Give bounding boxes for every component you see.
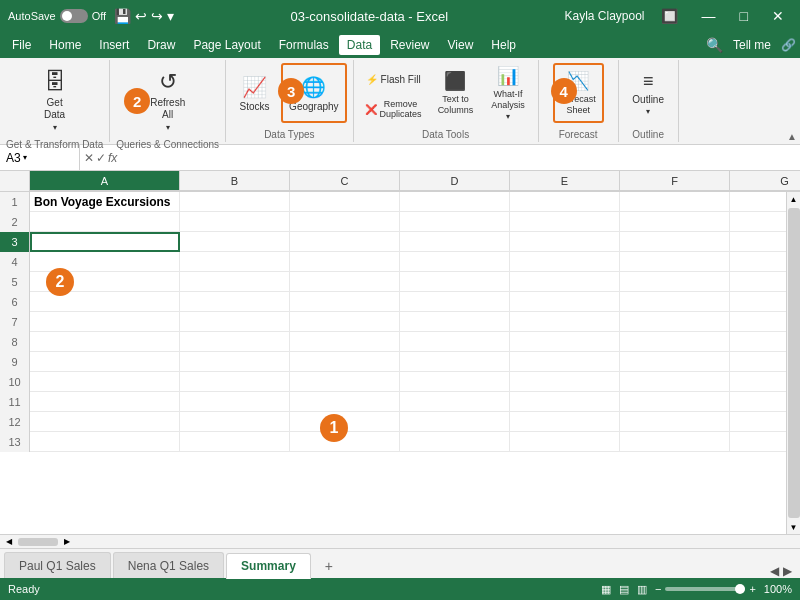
cell-E1[interactable] xyxy=(510,192,620,212)
cell-E3[interactable] xyxy=(510,232,620,252)
menu-formulas[interactable]: Formulas xyxy=(271,35,337,55)
undo-button[interactable]: ↩ xyxy=(135,8,147,24)
cell-E12[interactable] xyxy=(510,412,620,432)
cell-G4[interactable] xyxy=(730,252,786,272)
tab-scroll-right[interactable]: ▶ xyxy=(783,564,792,578)
menu-help[interactable]: Help xyxy=(483,35,524,55)
cell-A3[interactable] xyxy=(30,232,180,252)
sheet-tab-summary[interactable]: Summary xyxy=(226,553,311,579)
cell-E11[interactable] xyxy=(510,392,620,412)
cell-E6[interactable] xyxy=(510,292,620,312)
cell-B12[interactable] xyxy=(180,412,290,432)
cell-A8[interactable] xyxy=(30,332,180,352)
cell-A10[interactable] xyxy=(30,372,180,392)
view-layout-icon[interactable]: ▤ xyxy=(619,583,629,596)
menu-insert[interactable]: Insert xyxy=(91,35,137,55)
cell-F9[interactable] xyxy=(620,352,730,372)
menu-review[interactable]: Review xyxy=(382,35,437,55)
cell-F13[interactable] xyxy=(620,432,730,452)
menu-draw[interactable]: Draw xyxy=(139,35,183,55)
horizontal-scrollbar[interactable]: ◀ ▶ xyxy=(0,534,800,548)
cell-A13[interactable] xyxy=(30,432,180,452)
scroll-up-button[interactable]: ▲ xyxy=(787,192,801,206)
col-header-G[interactable]: G xyxy=(730,171,800,191)
stocks-button[interactable]: 📈 Stocks xyxy=(232,63,277,123)
cell-E7[interactable] xyxy=(510,312,620,332)
cell-D6[interactable] xyxy=(400,292,510,312)
refresh-all-button[interactable]: ↺ RefreshAll ▾ xyxy=(143,64,192,137)
tell-me-button[interactable]: Tell me xyxy=(733,38,771,52)
cell-E5[interactable] xyxy=(510,272,620,292)
cell-G13[interactable] xyxy=(730,432,786,452)
scroll-right-button[interactable]: ▶ xyxy=(60,536,74,548)
scroll-left-button[interactable]: ◀ xyxy=(2,536,16,548)
name-box-arrow[interactable]: ▾ xyxy=(23,153,27,162)
cell-F11[interactable] xyxy=(620,392,730,412)
cell-D11[interactable] xyxy=(400,392,510,412)
cell-F7[interactable] xyxy=(620,312,730,332)
cell-G7[interactable] xyxy=(730,312,786,332)
flash-fill-button[interactable]: ⚡ Flash Fill xyxy=(360,65,427,93)
scroll-down-button[interactable]: ▼ xyxy=(787,520,801,534)
what-if-button[interactable]: 📊 What-IfAnalysis ▾ xyxy=(484,63,532,123)
redo-button[interactable]: ↪ xyxy=(151,8,163,24)
customize-button[interactable]: ▾ xyxy=(167,8,174,24)
cell-E9[interactable] xyxy=(510,352,620,372)
cell-E4[interactable] xyxy=(510,252,620,272)
restore-button[interactable]: □ xyxy=(732,6,756,26)
ribbon-display-button[interactable]: 🔲 xyxy=(653,6,686,26)
cell-A9[interactable] xyxy=(30,352,180,372)
cell-F2[interactable] xyxy=(620,212,730,232)
cell-C4[interactable] xyxy=(290,252,400,272)
cell-A2[interactable] xyxy=(30,212,180,232)
remove-dup-button[interactable]: ❌ RemoveDuplicates xyxy=(360,95,427,123)
scroll-hthumb[interactable] xyxy=(18,538,58,546)
minimize-button[interactable]: — xyxy=(694,6,724,26)
cell-C5[interactable] xyxy=(290,272,400,292)
cell-D8[interactable] xyxy=(400,332,510,352)
cell-F4[interactable] xyxy=(620,252,730,272)
outline-button[interactable]: ≡ Outline ▾ xyxy=(625,63,671,123)
sheet-tab-nena[interactable]: Nena Q1 Sales xyxy=(113,552,224,578)
menu-page-layout[interactable]: Page Layout xyxy=(185,35,268,55)
cell-B4[interactable] xyxy=(180,252,290,272)
cell-A1[interactable]: Bon Voyage Excursions xyxy=(30,192,180,212)
autosave-toggle[interactable]: AutoSave Off xyxy=(8,9,106,23)
col-header-E[interactable]: E xyxy=(510,171,620,191)
cell-G3[interactable] xyxy=(730,232,786,252)
cell-D4[interactable] xyxy=(400,252,510,272)
cell-G11[interactable] xyxy=(730,392,786,412)
cell-B2[interactable] xyxy=(180,212,290,232)
cell-B11[interactable] xyxy=(180,392,290,412)
cell-D2[interactable] xyxy=(400,212,510,232)
geography-button[interactable]: 🌐 Geography xyxy=(281,63,346,123)
cell-C3[interactable] xyxy=(290,232,400,252)
cell-D10[interactable] xyxy=(400,372,510,392)
tab-scroll-left[interactable]: ◀ xyxy=(770,564,779,578)
search-button[interactable]: 🔍 xyxy=(706,37,723,53)
vertical-scrollbar[interactable]: ▲ ▼ xyxy=(786,192,800,534)
cell-G8[interactable] xyxy=(730,332,786,352)
cell-D12[interactable]: 1 xyxy=(400,412,510,432)
cell-B8[interactable] xyxy=(180,332,290,352)
cell-C11[interactable] xyxy=(290,392,400,412)
share-button[interactable]: 🔗 xyxy=(781,38,796,52)
cell-G2[interactable] xyxy=(730,212,786,232)
text-to-columns-button[interactable]: ⬛ Text toColumns xyxy=(431,63,481,123)
cell-F12[interactable] xyxy=(620,412,730,432)
cell-C9[interactable] xyxy=(290,352,400,372)
col-header-F[interactable]: F xyxy=(620,171,730,191)
cell-G5[interactable] xyxy=(730,272,786,292)
menu-home[interactable]: Home xyxy=(41,35,89,55)
ribbon-collapse-button[interactable]: ▲ xyxy=(784,128,800,144)
cell-D3[interactable] xyxy=(400,232,510,252)
cell-C6[interactable] xyxy=(290,292,400,312)
cell-D5[interactable] xyxy=(400,272,510,292)
cell-F1[interactable] xyxy=(620,192,730,212)
cell-C10[interactable] xyxy=(290,372,400,392)
col-header-C[interactable]: C xyxy=(290,171,400,191)
cell-F5[interactable] xyxy=(620,272,730,292)
menu-view[interactable]: View xyxy=(440,35,482,55)
formula-input[interactable] xyxy=(121,151,800,165)
zoom-in-button[interactable]: + xyxy=(749,583,755,595)
